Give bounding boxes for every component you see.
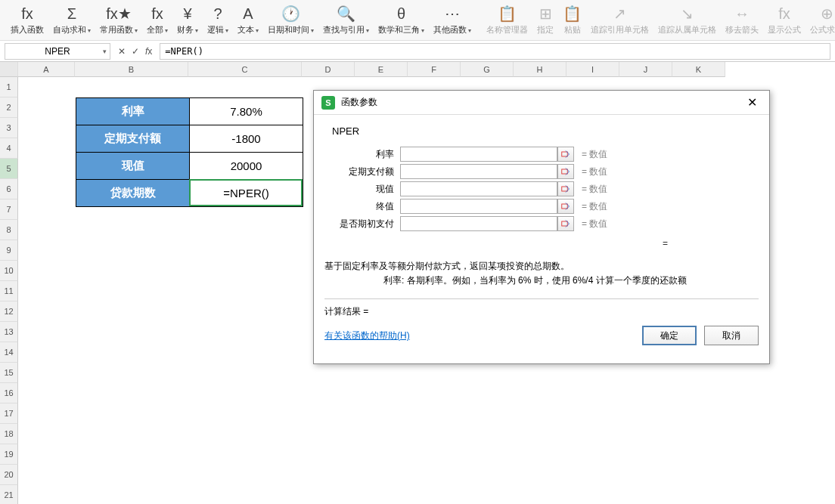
ribbon-icon: θ	[397, 5, 405, 23]
ribbon-插入函数[interactable]: fx插入函数	[6, 3, 48, 37]
ribbon-全部[interactable]: fx全部	[142, 3, 172, 37]
ok-button[interactable]: 确定	[642, 326, 697, 345]
col-head-K[interactable]: K	[672, 62, 725, 77]
col-head-F[interactable]: F	[408, 62, 461, 77]
range-select-icon[interactable]	[557, 181, 574, 196]
select-all-corner[interactable]	[0, 62, 18, 77]
row-head-19[interactable]: 19	[0, 444, 18, 465]
ribbon-label: 查找与引用	[323, 24, 369, 36]
param-preview: = 数值	[582, 183, 607, 196]
table-value-cell[interactable]: 20000	[190, 153, 303, 180]
col-head-D[interactable]: D	[302, 62, 355, 77]
row-head-8[interactable]: 8	[0, 220, 18, 240]
row-head-1[interactable]: 1	[0, 77, 18, 97]
table-header-cell[interactable]: 贷款期数	[76, 180, 190, 207]
param-input-是否期初支付[interactable]	[400, 216, 557, 231]
close-icon[interactable]: ✕	[743, 95, 762, 110]
accept-formula-icon[interactable]: ✓	[132, 46, 139, 57]
col-head-E[interactable]: E	[355, 62, 408, 77]
ribbon-显示公式[interactable]: fx显示公式	[763, 3, 806, 37]
ribbon-逻辑[interactable]: ?逻辑	[203, 3, 233, 37]
row-head-4[interactable]: 4	[0, 138, 18, 159]
row-head-10[interactable]: 10	[0, 261, 18, 281]
col-head-B[interactable]: B	[75, 62, 188, 77]
param-preview: = 数值	[582, 218, 607, 230]
function-arguments-dialog: S 函数参数 ✕ NPER 利率 = 数值定期支付额 = 数值现值 = 数值终值…	[313, 90, 770, 364]
row-head-13[interactable]: 13	[0, 322, 18, 342]
row-head-14[interactable]: 14	[0, 342, 18, 363]
table-header-cell[interactable]: 现值	[76, 153, 190, 180]
table-value-cell[interactable]: =NPER()	[190, 180, 303, 207]
row-head-17[interactable]: 17	[0, 404, 18, 424]
row-head-7[interactable]: 7	[0, 199, 18, 220]
col-head-J[interactable]: J	[619, 62, 672, 77]
ribbon-文本[interactable]: A文本	[233, 3, 263, 37]
ribbon-常用函数[interactable]: fx★常用函数	[95, 3, 142, 37]
row-head-21[interactable]: 21	[0, 485, 18, 504]
help-link[interactable]: 有关该函数的帮助(H)	[324, 329, 410, 342]
ribbon-其他函数[interactable]: ⋯其他函数	[429, 3, 476, 37]
row-head-20[interactable]: 20	[0, 465, 18, 485]
param-input-终值[interactable]	[400, 199, 557, 214]
table-value-cell[interactable]: 7.80%	[190, 98, 303, 125]
table-value-cell[interactable]: -1800	[190, 125, 303, 153]
ribbon-查找与引用[interactable]: 🔍查找与引用	[318, 3, 374, 37]
row-head-2[interactable]: 2	[0, 97, 18, 118]
param-preview: = 数值	[582, 148, 607, 161]
ribbon-追踪从属单元格[interactable]: ↘追踪从属单元格	[653, 3, 721, 37]
ribbon-icon: fx	[778, 5, 790, 23]
ribbon-label: 逻辑	[207, 24, 228, 36]
ribbon-名称管理器[interactable]: 📋名称管理器	[482, 3, 532, 37]
ribbon-icon: ↔	[734, 5, 750, 23]
range-select-icon[interactable]	[557, 216, 574, 231]
col-head-G[interactable]: G	[461, 62, 514, 77]
ribbon-指定[interactable]: ⊞指定	[532, 3, 558, 37]
col-head-H[interactable]: H	[514, 62, 566, 77]
ribbon-数学和三角[interactable]: θ数学和三角	[374, 3, 429, 37]
range-select-icon[interactable]	[557, 199, 574, 214]
ribbon-icon: ↘	[681, 5, 694, 23]
ribbon-label: 常用函数	[100, 24, 138, 36]
range-select-icon[interactable]	[557, 147, 574, 162]
ribbon-label: 粘贴	[564, 24, 581, 36]
ribbon-追踪引用单元格[interactable]: ↗追踪引用单元格	[586, 3, 653, 37]
param-input-利率[interactable]	[400, 147, 557, 162]
fx-icon[interactable]: fx	[145, 46, 152, 57]
svg-rect-2	[562, 187, 568, 191]
table-header-cell[interactable]: 利率	[76, 98, 190, 125]
row-head-9[interactable]: 9	[0, 240, 18, 261]
col-head-A[interactable]: A	[18, 62, 75, 77]
param-preview: = 数值	[582, 200, 607, 213]
ribbon-icon: Σ	[67, 5, 76, 23]
ribbon-公式求值[interactable]: ⊕公式求值	[806, 3, 835, 37]
range-select-icon[interactable]	[557, 164, 574, 179]
function-description: 基于固定利率及等额分期付款方式，返回某项投资的总期数。	[324, 259, 759, 274]
name-box[interactable]: NPER	[5, 43, 110, 60]
row-head-3[interactable]: 3	[0, 118, 18, 138]
ribbon-日期和时间[interactable]: 🕐日期和时间	[263, 3, 318, 37]
param-input-定期支付额[interactable]	[400, 164, 557, 179]
row-head-16[interactable]: 16	[0, 383, 18, 404]
formula-bar: NPER ✕ ✓ fx =NPER()	[0, 41, 835, 62]
row-head-11[interactable]: 11	[0, 281, 18, 301]
cancel-button[interactable]: 取消	[704, 326, 759, 345]
param-input-现值[interactable]	[400, 181, 557, 196]
ribbon-label: 移去箭头	[725, 24, 759, 36]
table-header-cell[interactable]: 定期支付额	[76, 125, 190, 153]
ribbon-财务[interactable]: ¥财务	[172, 3, 203, 37]
formula-input[interactable]: =NPER()	[160, 43, 830, 60]
ribbon-icon: A	[243, 5, 253, 23]
row-head-5[interactable]: 5	[0, 159, 18, 179]
row-head-18[interactable]: 18	[0, 424, 18, 444]
col-head-I[interactable]: I	[566, 62, 619, 77]
ribbon-toolbar: fx插入函数Σ自动求和fx★常用函数fx全部¥财务?逻辑A文本🕐日期和时间🔍查找…	[0, 0, 835, 41]
row-head-15[interactable]: 15	[0, 363, 18, 383]
row-head-12[interactable]: 12	[0, 301, 18, 322]
ribbon-自动求和[interactable]: Σ自动求和	[48, 3, 95, 37]
row-head-6[interactable]: 6	[0, 179, 18, 199]
svg-rect-0	[562, 152, 568, 156]
ribbon-移去箭头[interactable]: ↔移去箭头	[721, 3, 763, 37]
cancel-formula-icon[interactable]: ✕	[118, 46, 126, 57]
ribbon-粘贴[interactable]: 📋粘贴	[558, 3, 586, 37]
col-head-C[interactable]: C	[188, 62, 302, 77]
